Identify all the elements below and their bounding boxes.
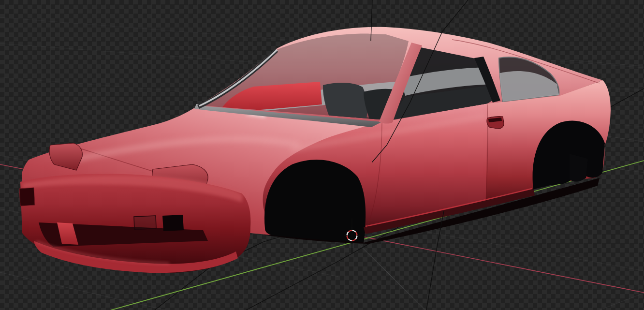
scene-svg [0, 0, 644, 310]
bumper-vent-hole-dark [162, 215, 184, 231]
viewport-canvas[interactable] [0, 0, 644, 310]
bumper-side-marker-hole [19, 188, 35, 206]
rear-arch-flap [570, 154, 588, 182]
bumper-vent-hole-open [134, 216, 156, 230]
car-model[interactable] [19, 27, 611, 273]
